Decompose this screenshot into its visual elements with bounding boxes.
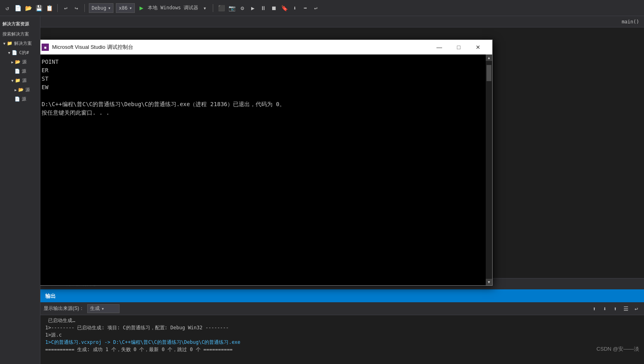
debug-console-dialog: ■ Microsoft Visual Studio 调试控制台 — □ ✕ PO… <box>40 40 493 286</box>
sep1 <box>57 4 58 12</box>
step-icon1[interactable]: ⬇ <box>291 4 299 12</box>
dialog-title: Microsoft Visual Studio 调试控制台 <box>52 44 427 51</box>
save-all-icon[interactable]: 📋 <box>45 4 53 12</box>
sidebar-item-file1[interactable]: 📄 源 <box>2 67 38 75</box>
sidebar-item-src1[interactable]: ▶ 📂 源 <box>2 58 38 66</box>
folder-icon: 📁 <box>7 41 13 46</box>
step-icon2[interactable]: ➡ <box>301 4 309 12</box>
console-scrollbar[interactable]: ▲ ▼ <box>486 54 492 285</box>
main-layout: 解决方案资源 搜索解决方案 ▼ 📁 解决方案 ▼ 📄 C的# ▶ 📂 源 📄 源… <box>0 16 644 364</box>
console-line-1: ER <box>42 66 487 75</box>
folder-icon3: 📁 <box>15 78 21 83</box>
main-toolbar: ↺ 📄 📂 💾 📋 ↩ ↪ Debug ▾ x86 ▾ ▶ 本地 Windows… <box>0 0 644 16</box>
refresh-icon[interactable]: ↺ <box>3 4 11 12</box>
sidebar: 解决方案资源 搜索解决方案 ▼ 📁 解决方案 ▼ 📄 C的# ▶ 📂 源 📄 源… <box>0 16 40 364</box>
output-line-0: 已启动生成… <box>45 317 639 324</box>
debug-icon1[interactable]: ⬛ <box>217 4 225 12</box>
dialog-vs-icon: ■ <box>42 44 49 51</box>
console-line-3: EW <box>42 83 487 92</box>
bookmark-icon[interactable]: 🔖 <box>280 4 288 12</box>
sidebar-item-c[interactable]: ▼ 📄 C的# <box>2 49 38 56</box>
output-line-3: 1>C的普通练习.vcxproj -> D:\C++编程\普C\C的普通练习\D… <box>45 339 639 346</box>
debug-icon4[interactable]: ▶ <box>249 4 257 12</box>
debug-icon2[interactable]: 📷 <box>228 4 236 12</box>
maximize-button[interactable]: □ <box>449 41 468 53</box>
output-wrap-icon[interactable]: ↩ <box>632 304 641 313</box>
output-source-dropdown[interactable]: 生成 ▾ <box>87 304 120 313</box>
sidebar-item-expand2[interactable]: ▼ 📁 源 <box>2 77 38 84</box>
sidebar-item-src3[interactable]: 📄 源 <box>2 95 38 103</box>
open-icon[interactable]: 📂 <box>24 4 32 12</box>
editor-area: ■ Microsoft Visual Studio 调试控制台 — □ ✕ PO… <box>40 27 644 278</box>
output-source-label: 显示输出来源(S)： <box>44 305 84 312</box>
csdn-watermark: CSDN @安——淡 <box>596 345 639 353</box>
scrollbar-thumb[interactable] <box>487 65 491 81</box>
sidebar-item-solution[interactable]: ▼ 📁 解决方案 <box>2 40 38 47</box>
chevron-down-icon: ▾ <box>129 5 132 11</box>
console-line-exit: D:\C++编程\普C\C的普通练习\Debug\C的普通练习.exe（进程 2… <box>42 100 487 109</box>
output-header: 输出 <box>40 290 644 302</box>
step-icon3[interactable]: ↩ <box>312 4 320 12</box>
debug-icon6[interactable]: ⏹ <box>270 4 278 12</box>
output-toolbar: 显示输出来源(S)： 生成 ▾ ⬆ ⬇ ⬆ ☰ ↩ <box>40 302 644 315</box>
function-indicator: main() <box>622 19 639 25</box>
console-line-close: 按任意键关闭此窗口. . . <box>42 109 487 117</box>
output-content: 已启动生成… 1>-------- 已启动生成: 项目: C的普通练习，配置: … <box>40 315 644 364</box>
output-clear-icon[interactable]: ☰ <box>621 304 630 313</box>
expand-icon: ▼ <box>8 51 10 55</box>
folder-icon4: 📂 <box>18 87 24 92</box>
redo-icon[interactable]: ↪ <box>72 4 80 12</box>
scrollbar-down-btn[interactable]: ▼ <box>486 279 492 285</box>
file-icon: 📄 <box>12 50 17 55</box>
top-right-bar: main() <box>40 16 644 27</box>
debug-icon5[interactable]: ⏸ <box>259 4 267 12</box>
dialog-controls: — □ ✕ <box>430 41 487 53</box>
output-icon1[interactable]: ⬆ <box>590 304 599 313</box>
console-line-2: ST <box>42 75 487 83</box>
output-line-4: ========== 生成: 成功 1 个，失败 0 个，最新 0 个，跳过 0… <box>45 346 639 353</box>
console-output: POINT ER ST EW D:\C++编程\普C\C的普通练习\Debug\… <box>40 54 492 285</box>
chevron-down-icon: ▾ <box>101 306 104 312</box>
console-line-0: POINT <box>42 58 487 66</box>
folder-icon2: 📂 <box>15 59 21 65</box>
expand-icon: ▼ <box>3 42 5 46</box>
output-icon3[interactable]: ⬆ <box>611 304 620 313</box>
console-line-blank <box>42 92 487 100</box>
sep3 <box>213 4 213 12</box>
sidebar-item-src2[interactable]: ▶ 📂 源 <box>2 86 38 94</box>
chevron-down-icon: ▾ <box>108 5 111 11</box>
sep2 <box>84 4 85 12</box>
save-icon[interactable]: 💾 <box>35 4 43 12</box>
expand-icon2: ▼ <box>11 79 13 83</box>
play-icon[interactable]: ▶ <box>137 4 145 12</box>
output-icon2[interactable]: ⬇ <box>600 304 609 313</box>
file-icon2: 📄 <box>15 69 20 74</box>
run-label: 本地 Windows 调试器 <box>148 4 198 11</box>
new-icon[interactable]: 📄 <box>14 4 22 12</box>
output-toolbar-icons: ⬆ ⬇ ⬆ ☰ ↩ <box>590 304 641 313</box>
scrollbar-up-btn[interactable]: ▲ <box>486 54 492 61</box>
expand-icon: ▶ <box>11 60 13 64</box>
scrollbar-track <box>486 61 492 279</box>
sidebar-search[interactable]: 搜索解决方案 <box>2 30 38 38</box>
sidebar-title: 解决方案资源 <box>2 19 38 29</box>
right-panel: main() ■ Microsoft Visual Studio 调试控制台 —… <box>40 16 644 364</box>
debug-icon3[interactable]: ⚙ <box>238 4 246 12</box>
expand-icon3: ▶ <box>15 88 17 92</box>
minimize-button[interactable]: — <box>430 41 449 53</box>
output-panel: 输出 显示输出来源(S)： 生成 ▾ ⬆ ⬇ ⬆ ☰ ↩ 已启动生成… 1>--… <box>40 289 644 364</box>
platform-dropdown[interactable]: x86 ▾ <box>116 3 135 13</box>
dialog-titlebar: ■ Microsoft Visual Studio 调试控制台 — □ ✕ <box>40 40 492 54</box>
output-title: 输出 <box>45 293 56 300</box>
run-dropdown-icon[interactable]: ▾ <box>201 4 209 12</box>
output-line-1: 1>-------- 已启动生成: 项目: C的普通练习，配置: Debug W… <box>45 324 639 331</box>
undo-icon[interactable]: ↩ <box>62 4 70 12</box>
output-line-2: 1>源.c <box>45 331 639 339</box>
close-button[interactable]: ✕ <box>469 41 487 53</box>
file-icon3: 📄 <box>15 96 20 102</box>
config-dropdown[interactable]: Debug ▾ <box>89 3 113 13</box>
